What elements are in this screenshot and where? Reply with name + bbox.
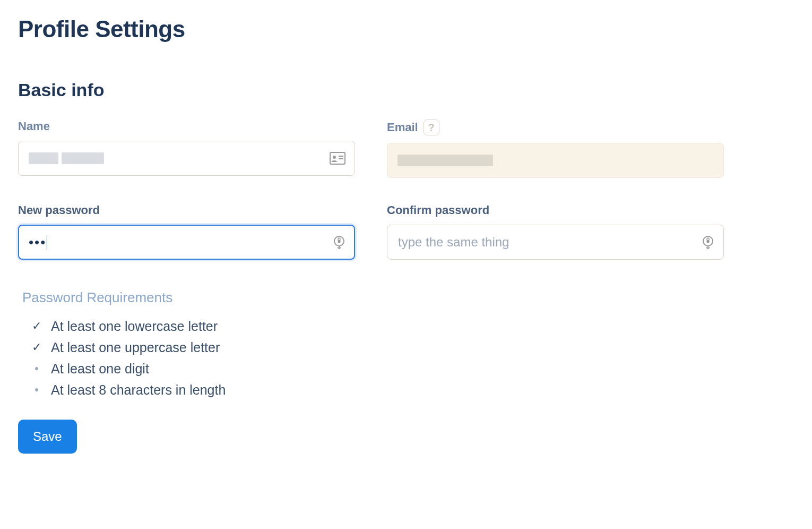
requirement-text: At least one uppercase letter xyxy=(51,337,220,358)
requirement-text: At least 8 characters in length xyxy=(51,379,226,400)
requirement-text: At least one lowercase letter xyxy=(51,315,218,337)
new-password-field-group: New password ••• xyxy=(18,203,355,260)
password-requirements: Password Requirements ✓ At least one low… xyxy=(18,289,363,400)
svg-rect-7 xyxy=(707,240,710,243)
new-password-label: New password xyxy=(18,203,355,217)
new-password-masked-value: ••• xyxy=(29,234,47,251)
new-password-input-wrap: ••• xyxy=(18,225,355,260)
check-icon: ✓ xyxy=(31,317,42,335)
new-password-input[interactable] xyxy=(18,225,355,260)
name-label: Name xyxy=(18,120,355,133)
confirm-password-field-group: Confirm password xyxy=(387,203,724,260)
name-field-group: Name xyxy=(18,120,355,178)
id-card-icon xyxy=(330,152,345,165)
requirement-text: At least one digit xyxy=(51,358,149,379)
email-redacted-placeholder xyxy=(398,155,493,166)
email-input-wrap xyxy=(387,143,724,178)
email-label-text: Email xyxy=(387,121,418,134)
requirement-item: ✓ At least one uppercase letter xyxy=(31,337,363,358)
password-manager-icon[interactable] xyxy=(333,235,345,249)
requirement-item: • At least one digit xyxy=(31,358,363,379)
check-icon: ✓ xyxy=(31,338,42,356)
requirement-item: • At least 8 characters in length xyxy=(31,379,363,400)
confirm-password-input-wrap xyxy=(387,225,724,260)
email-field-group: Email ? xyxy=(387,120,724,178)
name-input-wrap xyxy=(18,141,355,176)
save-button[interactable]: Save xyxy=(18,420,77,454)
password-requirements-title: Password Requirements xyxy=(18,289,363,306)
name-redacted-placeholder xyxy=(29,152,104,164)
section-basic-info-title: Basic info xyxy=(18,80,796,100)
page-title: Profile Settings xyxy=(18,16,796,42)
password-manager-icon[interactable] xyxy=(702,235,714,249)
basic-info-form: Name Email ? xyxy=(18,120,724,260)
confirm-password-input[interactable] xyxy=(387,225,724,260)
text-caret xyxy=(47,235,47,250)
svg-point-1 xyxy=(333,156,336,159)
confirm-password-label: Confirm password xyxy=(387,203,724,217)
help-icon[interactable]: ? xyxy=(424,120,439,135)
svg-rect-5 xyxy=(338,240,341,243)
bullet-icon: • xyxy=(31,359,42,378)
requirement-item: ✓ At least one lowercase letter xyxy=(31,315,363,337)
password-requirements-list: ✓ At least one lowercase letter ✓ At lea… xyxy=(18,315,363,400)
bullet-icon: • xyxy=(31,380,42,399)
email-label: Email ? xyxy=(387,120,724,135)
